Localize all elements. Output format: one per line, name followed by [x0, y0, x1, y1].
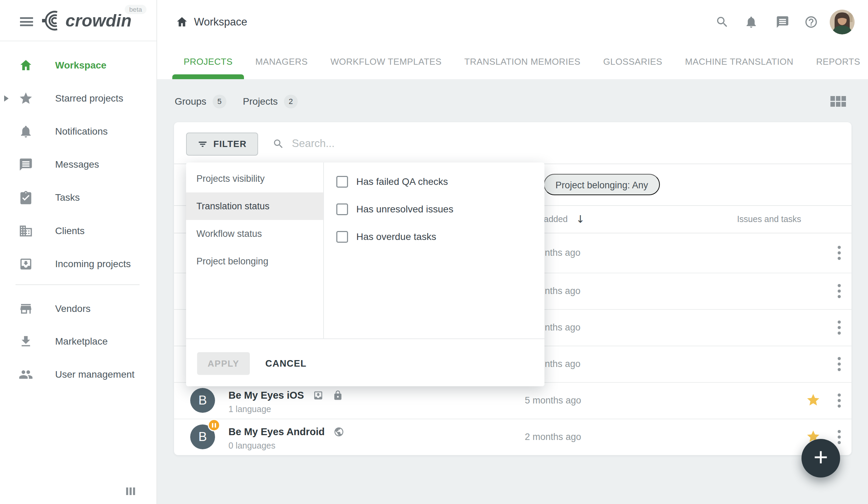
people-icon [19, 367, 33, 382]
help-icon[interactable] [804, 15, 818, 29]
sidebar-item-label: Tasks [55, 192, 80, 203]
sidebar-item-label: Clients [55, 225, 85, 237]
sidebar-item-marketplace[interactable]: Marketplace [0, 325, 157, 358]
filter-button-label: FILTER [213, 139, 246, 149]
search-input[interactable] [292, 131, 533, 156]
sidebar-item-label: Workspace [55, 60, 106, 71]
apply-button[interactable]: APPLY [197, 352, 250, 375]
grid-view-icon[interactable] [828, 92, 848, 111]
notifications-bell-icon[interactable] [744, 15, 758, 29]
sidebar-collapse-icon[interactable] [126, 487, 135, 495]
option-has-unresolved-issues[interactable]: Has unresolved issues [336, 197, 453, 222]
filter-section-project-belonging[interactable]: Project belonging [186, 248, 323, 275]
globe-icon [334, 427, 344, 437]
storefront-icon [19, 302, 33, 316]
paused-badge-icon [208, 419, 220, 431]
checkbox[interactable] [336, 176, 348, 188]
home-icon [175, 15, 188, 29]
breadcrumb: Workspace [175, 0, 247, 44]
hamburger-menu-icon[interactable] [20, 17, 33, 26]
sidebar-item-incoming-projects[interactable]: Incoming projects [0, 248, 157, 281]
tasks-icon [19, 190, 33, 205]
checkbox[interactable] [336, 203, 348, 215]
sidebar-item-starred-projects[interactable]: Starred projects [0, 82, 157, 115]
inbox-download-icon [19, 257, 33, 271]
sidebar: crowdin beta Workspace Starred projects … [0, 0, 157, 504]
building-icon [19, 224, 33, 238]
filter-section-translation-status[interactable]: Translation status [186, 192, 323, 220]
page-title: Workspace [194, 16, 247, 28]
topbar: Workspace [157, 0, 868, 79]
row-menu-kebab-icon[interactable] [833, 281, 845, 301]
add-project-fab[interactable]: + [801, 439, 840, 477]
projects-count-badge: 2 [284, 95, 298, 108]
sidebar-item-label: Notifications [55, 126, 108, 137]
groups-projects-summary: Groups 5 Projects 2 [175, 91, 298, 113]
sidebar-item-label: Incoming projects [55, 259, 131, 270]
tab-translation-memories[interactable]: TRANSLATION MEMORIES [453, 44, 592, 79]
tab-glossaries[interactable]: GLOSSARIES [592, 44, 674, 79]
sidebar-item-notifications[interactable]: Notifications [0, 115, 157, 148]
sidebar-item-vendors[interactable]: Vendors [0, 292, 157, 325]
project-avatar: B [190, 388, 215, 413]
panel-divider [323, 162, 324, 338]
row-menu-kebab-icon[interactable] [833, 354, 845, 374]
sidebar-item-label: Vendors [55, 303, 91, 314]
groups-count-badge: 5 [213, 95, 226, 108]
svg-text:crowdin: crowdin [65, 11, 132, 30]
projects-toggle[interactable]: Projects [243, 96, 278, 107]
top-tabs: PROJECTS MANAGERS WORKFLOW TEMPLATES TRA… [157, 44, 868, 79]
sidebar-item-workspace[interactable]: Workspace [0, 49, 157, 82]
option-has-failed-qa-checks[interactable]: Has failed QA checks [336, 169, 448, 194]
beta-badge: beta [125, 5, 146, 14]
bell-icon [19, 124, 33, 139]
user-avatar[interactable] [830, 10, 855, 34]
tab-machine-translation[interactable]: MACHINE TRANSLATION [674, 44, 805, 79]
content-area: Groups 5 Projects 2 FILTER Project belon… [157, 79, 868, 504]
filter-chip-project-belonging[interactable]: Project belonging: Any [544, 174, 660, 195]
project-row-be-my-eyes-ios[interactable]: B Be My Eyes iOS 1 language 5 months ago [174, 382, 851, 419]
sidebar-item-tasks[interactable]: Tasks [0, 181, 157, 214]
search-icon[interactable] [715, 15, 729, 29]
project-languages: 0 languages [228, 441, 275, 451]
sidebar-item-messages[interactable]: Messages [0, 148, 157, 181]
filter-section-workflow-status[interactable]: Workflow status [186, 220, 323, 248]
row-date: 5 months ago [525, 382, 581, 419]
option-has-overdue-tasks[interactable]: Has overdue tasks [336, 224, 436, 249]
cancel-button[interactable]: CANCEL [265, 352, 307, 375]
star-icon[interactable] [805, 392, 821, 408]
messages-chat-icon[interactable] [776, 15, 789, 29]
project-languages: 1 language [228, 404, 271, 414]
checkbox[interactable] [336, 231, 348, 243]
filter-section-projects-visibility[interactable]: Projects visibility [186, 165, 323, 192]
sidebar-item-label: Starred projects [55, 93, 123, 104]
filter-button[interactable]: FILTER [186, 133, 258, 156]
project-avatar: B [190, 424, 215, 449]
row-menu-kebab-icon[interactable] [833, 318, 845, 337]
column-header-added[interactable]: added ↓ [544, 205, 585, 233]
sidebar-divider [16, 284, 140, 285]
groups-toggle[interactable]: Groups [175, 96, 206, 107]
project-title[interactable]: Be My Eyes iOS [228, 390, 304, 401]
sidebar-item-user-management[interactable]: User management [0, 358, 157, 391]
project-row-be-my-eyes-android[interactable]: B Be My Eyes Android 0 languages 2 month… [174, 419, 851, 455]
tab-workflow-templates[interactable]: WORKFLOW TEMPLATES [319, 44, 453, 79]
plus-icon: + [814, 443, 828, 471]
row-menu-kebab-icon[interactable] [833, 243, 845, 262]
project-title[interactable]: Be My Eyes Android [228, 426, 325, 438]
tab-reports[interactable]: REPORTS [805, 44, 868, 79]
filter-panel: Projects visibility Translation status W… [186, 162, 544, 386]
row-date: nths ago [545, 273, 581, 309]
star-icon [19, 91, 33, 106]
row-menu-kebab-icon[interactable] [833, 427, 845, 447]
sidebar-item-clients[interactable]: Clients [0, 214, 157, 248]
sidebar-item-label: Messages [55, 159, 99, 170]
row-date: nths ago [545, 233, 581, 273]
row-menu-kebab-icon[interactable] [833, 391, 845, 410]
row-date: 2 months ago [525, 419, 581, 455]
filter-icon [197, 139, 208, 149]
sidebar-item-label: User management [55, 369, 134, 380]
sidebar-header: crowdin beta [0, 0, 156, 41]
tab-projects[interactable]: PROJECTS [172, 44, 244, 79]
tab-managers[interactable]: MANAGERS [244, 44, 319, 79]
